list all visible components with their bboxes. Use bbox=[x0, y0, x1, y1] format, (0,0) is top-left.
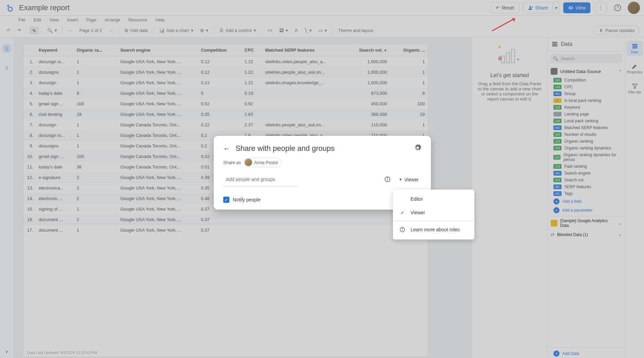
field-item[interactable]: 123Number of results bbox=[547, 131, 625, 138]
image-button[interactable]: 🖼▾ bbox=[277, 26, 291, 34]
chevron-down-icon: ▾ bbox=[309, 28, 312, 33]
field-item[interactable]: 123Search vol. bbox=[547, 177, 625, 183]
plus-icon: + bbox=[553, 198, 560, 204]
add-data-button[interactable]: ⊞Add data bbox=[122, 26, 151, 34]
menu-edit[interactable]: Edit bbox=[30, 17, 44, 23]
table-row[interactable]: 16.document ...2Google USA York, New Yor… bbox=[24, 214, 428, 225]
page-thumb-1[interactable]: 1 bbox=[2, 44, 11, 53]
next-page-button[interactable]: → bbox=[106, 26, 116, 34]
col-cpc[interactable]: CPC bbox=[242, 44, 263, 56]
field-item[interactable]: 123Local pack ranking bbox=[547, 118, 625, 124]
info-button[interactable] bbox=[384, 176, 391, 184]
help-button[interactable]: ? bbox=[611, 1, 624, 15]
field-item[interactable]: 123Competition bbox=[547, 77, 625, 84]
col-keyword[interactable]: Keyword bbox=[36, 44, 74, 56]
col-search-engine[interactable]: Search engine bbox=[117, 44, 198, 56]
col-organic[interactable]: Organic ... bbox=[390, 44, 428, 56]
col-organic-rank[interactable]: Organic ra... bbox=[74, 44, 118, 56]
field-item[interactable]: ABCMatched SERP features bbox=[547, 124, 625, 131]
field-item[interactable]: 123Organic ranking dynamics for period bbox=[547, 151, 625, 163]
table-row[interactable]: 2.docusigns1Google USA York, New York, .… bbox=[24, 67, 428, 77]
line-button[interactable]: ╲▾ bbox=[302, 26, 315, 34]
user-avatar-icon bbox=[245, 159, 252, 166]
role-option-editor[interactable]: Editor bbox=[393, 192, 474, 206]
add-control-button[interactable]: ☰Add a control▾ bbox=[217, 26, 259, 34]
text-button[interactable]: A bbox=[292, 26, 301, 34]
page-thumb-2[interactable]: 2 bbox=[2, 63, 11, 72]
person-add-icon bbox=[528, 5, 533, 11]
menu-arrange[interactable]: Arrange bbox=[101, 17, 124, 23]
field-search-input[interactable]: 🔍 Search bbox=[550, 54, 622, 63]
menu-file[interactable]: File bbox=[15, 17, 29, 23]
col-search-vol[interactable]: Search vol.▼ bbox=[343, 44, 390, 56]
add-people-input[interactable] bbox=[223, 173, 298, 186]
menu-resource[interactable]: Resource bbox=[125, 17, 151, 23]
selection-tool[interactable]: ⬉ bbox=[30, 26, 39, 34]
role-option-viewer[interactable]: ✓Viewer bbox=[393, 206, 474, 219]
settings-button[interactable] bbox=[414, 144, 421, 153]
add-parameter-link[interactable]: +Add a parameter bbox=[547, 206, 625, 215]
data-source-sample-ga[interactable]: [Sample] Google Analytics Data ⌄ bbox=[547, 216, 625, 230]
url-embed-button[interactable]: <> bbox=[265, 26, 275, 34]
shape-button[interactable]: ▭▾ bbox=[316, 26, 330, 34]
rail-tab-data[interactable]: Data bbox=[627, 41, 643, 56]
svg-point-3 bbox=[498, 46, 501, 48]
table-row[interactable]: 1.docusign si...1Google USA York, New Yo… bbox=[24, 56, 428, 67]
menu-help[interactable]: Help bbox=[152, 17, 168, 23]
zoom-tool[interactable]: 🔍▾ bbox=[44, 26, 60, 34]
add-data-link[interactable]: +Add Data bbox=[547, 347, 625, 358]
prev-page-button[interactable]: ← bbox=[65, 26, 75, 34]
col-serp[interactable]: Matched SERP features bbox=[262, 44, 343, 56]
report-title[interactable]: Example report bbox=[19, 3, 70, 12]
field-item[interactable]: 123Keyword bbox=[547, 104, 625, 111]
field-item[interactable]: ABCSearch engine bbox=[547, 170, 625, 177]
expand-rail-button[interactable]: › bbox=[6, 348, 7, 355]
more-options-button[interactable]: ⋮ bbox=[594, 1, 607, 15]
field-item[interactable]: ✓Is local pack ranking bbox=[547, 97, 625, 104]
share-as-user-chip[interactable]: Anna Postol bbox=[244, 158, 282, 167]
data-source-blended[interactable]: ⇄ Blended Data (1) ⌄ bbox=[547, 230, 625, 239]
field-item[interactable]: 123Organic ranking bbox=[547, 138, 625, 145]
view-button[interactable]: View bbox=[563, 2, 590, 13]
field-item[interactable]: 123CPC bbox=[547, 84, 625, 90]
table-row[interactable]: 6.club lending19Google USA York, New Yor… bbox=[24, 109, 428, 120]
add-field-link[interactable]: +Add a field bbox=[547, 197, 625, 206]
back-button[interactable]: ← bbox=[223, 145, 230, 153]
learn-more-roles-link[interactable]: Learn more about roles bbox=[393, 222, 474, 237]
community-viz-button[interactable]: ⊞▾ bbox=[197, 26, 211, 34]
table-row[interactable]: 5.gmail sign ...100Google USA York, New … bbox=[24, 99, 428, 109]
table-row[interactable]: 7.docusign1Google Canada Toronto, Ont...… bbox=[24, 120, 428, 130]
user-avatar[interactable] bbox=[628, 2, 640, 14]
data-source-untitled[interactable]: Untitled Data Source ⌃ bbox=[547, 66, 625, 77]
arrow-left-icon: ← bbox=[68, 28, 73, 33]
menu-view[interactable]: View bbox=[46, 17, 62, 23]
chevron-down-icon: ▾ bbox=[286, 28, 288, 33]
share-button[interactable]: Share bbox=[523, 2, 553, 14]
field-item[interactable]: 123Organic ranking dynamics bbox=[547, 145, 625, 151]
rail-tab-filter[interactable]: Filter bar bbox=[627, 81, 643, 96]
field-item[interactable]: ABCTags bbox=[547, 190, 625, 197]
notify-checkbox[interactable]: ✓ bbox=[223, 197, 229, 203]
menu-page[interactable]: Page bbox=[83, 17, 100, 23]
reset-button[interactable]: ↶Reset bbox=[491, 2, 519, 14]
redo-button[interactable]: ↷ bbox=[15, 26, 24, 34]
field-item[interactable]: ABCGroup bbox=[547, 90, 625, 97]
table-row[interactable]: 4.today's date8Google USA York, New York… bbox=[24, 88, 428, 99]
pause-updates-button[interactable]: ⏸Pause updates bbox=[594, 25, 640, 35]
table-row[interactable]: 3.docusign1Google USA York, New York, ..… bbox=[24, 77, 428, 88]
rail-tab-properties[interactable]: Properties bbox=[627, 61, 643, 76]
field-item[interactable]: ABCSERP features bbox=[547, 183, 625, 190]
field-item[interactable]: 🔗Landing page bbox=[547, 111, 625, 118]
filter-icon: ☰ bbox=[220, 28, 224, 33]
field-type-badge: 123 bbox=[553, 132, 562, 137]
role-selector[interactable]: ▼ Viewer bbox=[396, 174, 421, 185]
info-icon bbox=[384, 176, 391, 183]
share-dropdown-button[interactable]: ▾ bbox=[553, 2, 560, 14]
field-item[interactable]: 123Paid ranking bbox=[547, 163, 625, 170]
table-row[interactable]: 17.document ...1Google USA York, New Yor… bbox=[24, 225, 428, 235]
undo-button[interactable]: ↶ bbox=[4, 26, 13, 34]
col-competition[interactable]: Competition bbox=[198, 44, 242, 56]
menu-insert[interactable]: Insert bbox=[63, 17, 81, 23]
theme-layout-button[interactable]: Theme and layout bbox=[336, 26, 376, 34]
add-chart-button[interactable]: 📊Add a chart▾ bbox=[156, 26, 196, 34]
